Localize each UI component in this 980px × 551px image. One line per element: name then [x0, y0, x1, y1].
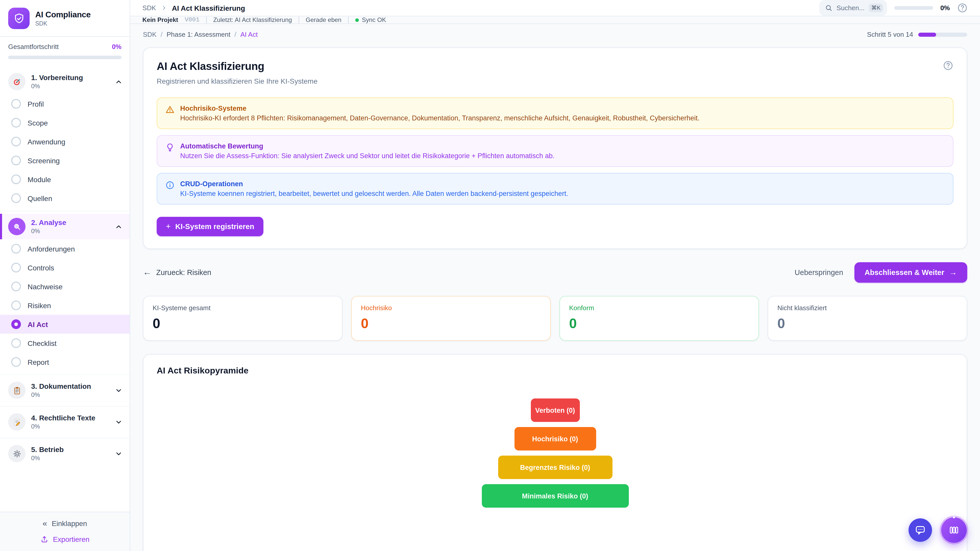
risk-pyramid: Verboten (0) Hochrisiko (0) Begrenztes R…	[157, 399, 953, 508]
sidebar-item-anwendung[interactable]: Anwendung	[0, 132, 130, 151]
collapse-sidebar-button[interactable]: « Einklappen	[8, 519, 121, 528]
sidebar-item-checklist[interactable]: Checklist	[0, 333, 130, 353]
sidebar-item-controls[interactable]: Controls	[0, 258, 130, 277]
sync-label: Sync OK	[362, 16, 386, 24]
alert-automatische-bewertung: Automatische Bewertung Nutzen Sie die As…	[157, 135, 953, 167]
sidebar-item-report[interactable]: Report	[0, 353, 130, 372]
alert-title: Automatische Bewertung	[180, 142, 555, 150]
sidebar-item-nachweise[interactable]: Nachweise	[0, 277, 130, 296]
stat-label: Hochrisiko	[361, 304, 541, 312]
sidebar-group-vorbereitung: 1. Vorbereitung 0% Profil Scope Anwendun…	[0, 66, 130, 211]
radio-unchecked-icon	[11, 244, 21, 254]
sidebar-item-module[interactable]: Module	[0, 170, 130, 189]
search-input[interactable]: Suchen... ⌘K	[819, 0, 887, 16]
radio-unchecked-icon	[11, 156, 21, 165]
stat-label: Nicht klassifiziert	[777, 304, 958, 312]
finish-and-next-button[interactable]: Abschliessen & Weiter →	[854, 262, 967, 283]
pyramid-level-verboten: Verboten (0)	[531, 399, 579, 422]
sidebar-section-analyse[interactable]: 2. Analyse 0%	[0, 214, 130, 239]
ai-act-card: AI Act Klassifizierung Registrieren und …	[143, 48, 967, 249]
columns-icon	[948, 524, 959, 536]
warning-triangle-icon	[165, 105, 175, 114]
sidebar-section-dokumentation[interactable]: 3. Dokumentation 0%	[0, 378, 130, 403]
export-button[interactable]: Exportieren	[8, 535, 121, 543]
shield-check-logo-icon	[8, 8, 30, 29]
chevron-up-icon	[115, 223, 123, 230]
section-progress: 0%	[31, 454, 109, 462]
sync-ok-dot-icon	[355, 18, 359, 22]
section-progress: 0%	[31, 227, 109, 235]
chevron-down-icon	[115, 386, 123, 394]
page-breadcrumb-sdk[interactable]: SDK	[143, 30, 156, 38]
sidebar-group-dokumentation: 3. Dokumentation 0%	[0, 375, 130, 406]
sidebar-section-vorbereitung[interactable]: 1. Vorbereitung 0%	[0, 69, 130, 94]
sidebar-item-risiken[interactable]: Risiken	[0, 296, 130, 315]
chevron-right-icon	[161, 5, 167, 11]
radio-unchecked-icon	[11, 175, 21, 184]
radio-unchecked-icon	[11, 118, 21, 127]
overall-progress-track	[8, 56, 121, 59]
app-root: AI Compliance SDK Gesamtfortschritt 0%	[0, 0, 980, 551]
breadcrumb-root-sdk[interactable]: SDK	[142, 4, 156, 12]
radio-unchecked-icon	[11, 99, 21, 109]
radio-unchecked-icon	[11, 357, 21, 367]
sidebar-section-betrieb[interactable]: 5. Betrieb 0%	[0, 441, 130, 466]
page-breadcrumb-current: AI Act	[240, 30, 258, 38]
alert-body: Nutzen Sie die Assess-Funktion: Sie anal…	[180, 152, 555, 160]
sidebar-section-rechtliche-texte[interactable]: 4. Rechtliche Texte 0%	[0, 409, 130, 435]
back-button[interactable]: ← Zurueck: Risiken	[143, 267, 211, 278]
radio-unchecked-icon	[11, 137, 21, 146]
topbar-progress-track	[894, 6, 933, 10]
divider	[299, 17, 299, 23]
radio-checked-icon	[11, 319, 21, 329]
alert-body: KI-Systeme koennen registriert, bearbeit…	[180, 190, 568, 197]
radio-unchecked-icon	[11, 338, 21, 348]
step-label: Schritt 5 von 14	[867, 30, 913, 38]
alert-hochrisiko: Hochrisiko-Systeme Hochrisiko-KI erforde…	[157, 97, 953, 129]
page-breadcrumb: SDK / Phase 1: Assessment / AI Act	[143, 30, 258, 38]
help-icon[interactable]	[943, 60, 953, 71]
stat-label: Konform	[569, 304, 749, 312]
sidebar-item-anforderungen[interactable]: Anforderungen	[0, 239, 130, 258]
step-indicator: Schritt 5 von 14	[867, 30, 967, 38]
board-columns-button[interactable]	[941, 517, 967, 543]
skip-button[interactable]: Ueberspringen	[795, 268, 843, 276]
sidebar-item-quellen[interactable]: Quellen	[0, 189, 130, 208]
stat-konform: Konform 0	[559, 296, 759, 341]
arrow-left-icon: ←	[143, 267, 151, 278]
stat-ki-systeme-gesamt: KI-Systeme gesamt 0	[143, 296, 342, 341]
sidebar-item-profil[interactable]: Profil	[0, 94, 130, 113]
sidebar-item-scope[interactable]: Scope	[0, 113, 130, 132]
radio-unchecked-icon	[11, 300, 21, 310]
stat-value: 0	[569, 316, 749, 332]
page-subtitle: Registrieren und klassifizieren Sie Ihre…	[157, 77, 953, 85]
sidebar-item-screening[interactable]: Screening	[0, 151, 130, 170]
stat-nicht-klassifiziert: Nicht klassifiziert 0	[768, 296, 967, 341]
page-content: SDK / Phase 1: Assessment / AI Act Schri…	[130, 24, 980, 551]
divider	[348, 17, 348, 23]
alert-title: Hochrisiko-Systeme	[180, 105, 700, 112]
main-area: SDK AI Act Klassifizierung Suchen... ⌘K	[130, 0, 980, 551]
register-ki-system-button[interactable]: + KI-System registrieren	[157, 217, 263, 236]
chevron-up-icon	[115, 78, 123, 86]
cmd-k-shortcut: ⌘K	[869, 3, 883, 12]
stat-hochrisiko: Hochrisiko 0	[351, 296, 551, 341]
lightbulb-icon	[165, 143, 175, 152]
stat-value: 0	[361, 316, 541, 332]
page-breadcrumb-phase[interactable]: Phase 1: Assessment	[167, 30, 231, 38]
top-bar: SDK AI Act Klassifizierung Suchen... ⌘K	[130, 0, 980, 16]
last-action: Zuletzt: AI Act Klassifizierung	[213, 16, 292, 24]
help-icon[interactable]	[957, 3, 968, 13]
pyramid-level-hochrisiko: Hochrisiko (0)	[514, 427, 596, 451]
step-progress-track	[918, 32, 967, 37]
app-title: AI Compliance	[35, 10, 91, 19]
upload-icon	[40, 535, 48, 543]
arrow-right-icon: →	[949, 268, 957, 277]
plus-icon: +	[166, 222, 171, 231]
sidebar-group-rechtliche-texte: 4. Rechtliche Texte 0%	[0, 406, 130, 438]
section-progress: 0%	[31, 423, 109, 430]
chat-button[interactable]	[908, 518, 932, 542]
clipboard-icon	[8, 382, 25, 399]
divider	[206, 17, 207, 23]
sidebar-item-ai-act[interactable]: AI Act	[0, 315, 130, 333]
